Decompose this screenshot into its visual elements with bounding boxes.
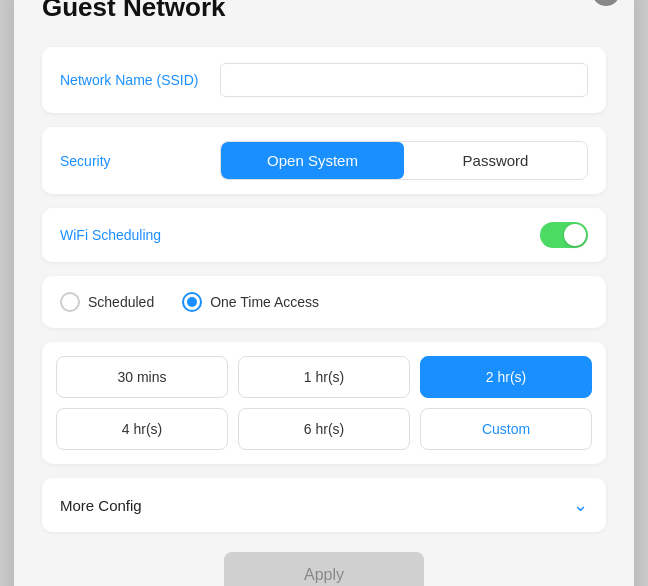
more-config-row[interactable]: More Config ⌄	[42, 478, 606, 532]
wifi-scheduling-label: WiFi Scheduling	[60, 227, 540, 243]
security-label: Security	[60, 153, 220, 169]
guest-network-modal: × Guest Network Network Name (SSID) Secu…	[14, 0, 634, 586]
wifi-scheduling-row: WiFi Scheduling	[42, 208, 606, 262]
apply-button[interactable]: Apply	[224, 552, 424, 586]
wifi-scheduling-card: WiFi Scheduling	[42, 208, 606, 262]
page-title: Guest Network	[42, 0, 606, 23]
scheduled-label: Scheduled	[88, 294, 154, 310]
security-card: Security Open System Password	[42, 127, 606, 194]
duration-4hr[interactable]: 4 hr(s)	[56, 408, 228, 450]
duration-custom[interactable]: Custom	[420, 408, 592, 450]
one-time-access-radio[interactable]	[182, 292, 202, 312]
duration-6hr[interactable]: 6 hr(s)	[238, 408, 410, 450]
network-name-input[interactable]	[220, 63, 588, 97]
duration-2hr[interactable]: 2 hr(s)	[420, 356, 592, 398]
duration-30mins[interactable]: 30 mins	[56, 356, 228, 398]
duration-1hr[interactable]: 1 hr(s)	[238, 356, 410, 398]
password-button[interactable]: Password	[404, 142, 587, 179]
network-name-label: Network Name (SSID)	[60, 72, 220, 88]
open-system-button[interactable]: Open System	[221, 142, 404, 179]
one-time-access-label: One Time Access	[210, 294, 319, 310]
more-config-label: More Config	[60, 497, 142, 514]
one-time-access-option[interactable]: One Time Access	[182, 292, 319, 312]
security-row: Security Open System Password	[42, 127, 606, 194]
wifi-scheduling-toggle[interactable]	[540, 222, 588, 248]
access-type-card: Scheduled One Time Access	[42, 276, 606, 328]
scheduled-radio[interactable]	[60, 292, 80, 312]
radio-inner-dot	[187, 297, 197, 307]
security-toggle: Open System Password	[220, 141, 588, 180]
duration-grid: 30 mins 1 hr(s) 2 hr(s) 4 hr(s) 6 hr(s) …	[42, 342, 606, 464]
network-name-row: Network Name (SSID)	[42, 47, 606, 113]
chevron-down-icon: ⌄	[573, 494, 588, 516]
network-name-card: Network Name (SSID)	[42, 47, 606, 113]
scheduled-option[interactable]: Scheduled	[60, 292, 154, 312]
